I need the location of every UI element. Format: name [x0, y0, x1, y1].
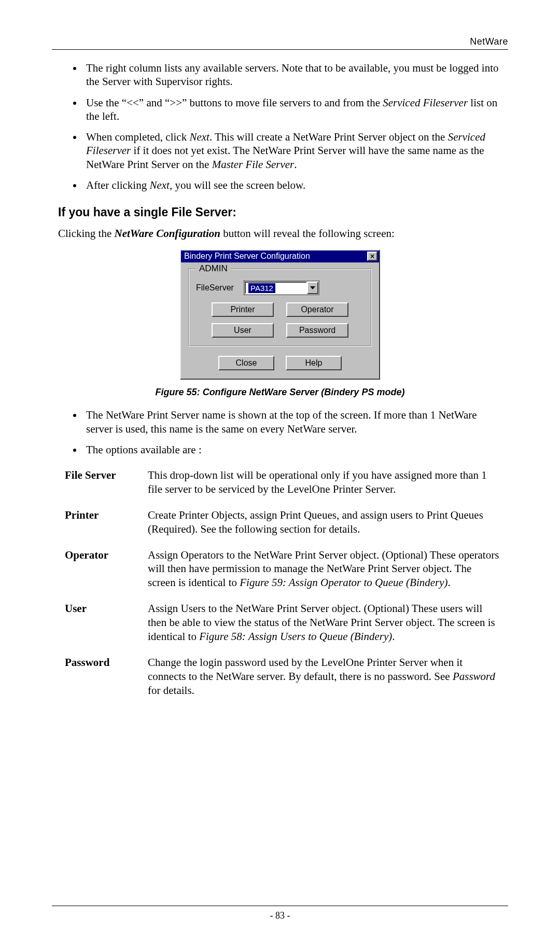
def-term: File Server — [64, 468, 147, 508]
bullet-text: The NetWare Print Server name is shown a… — [86, 409, 477, 435]
section-heading: If you have a single File Server: — [58, 205, 502, 219]
def-desc: Assign Users to the NetWare Print Server… — [147, 601, 502, 655]
close-button-label: Close — [236, 358, 257, 368]
fileserver-combo-input[interactable]: PA312 — [245, 282, 307, 294]
group-legend: ADMIN — [196, 263, 231, 274]
dialog-title: Bindery Print Server Configuration — [184, 252, 310, 261]
intro-bold: NetWare Configuration — [115, 227, 220, 240]
list-item: After clicking Next, you will see the sc… — [83, 178, 502, 192]
password-button[interactable]: Password — [286, 323, 348, 338]
bullet-text: Use the “<<” and “>>” buttons to move fi… — [86, 96, 497, 122]
help-button[interactable]: Help — [286, 356, 342, 370]
intro-pre: Clicking the — [58, 227, 115, 240]
bindery-config-dialog: Bindery Print Server Configuration × ADM… — [180, 249, 380, 380]
def-term: Printer — [64, 508, 147, 548]
header-right-text: NetWare — [52, 36, 508, 47]
def-term: Password — [64, 655, 147, 709]
user-button-label: User — [234, 326, 251, 335]
help-button-label: Help — [305, 358, 323, 368]
bullet-text: When completed, click Next. This will cr… — [86, 131, 485, 171]
def-desc: This drop-down list will be operational … — [147, 468, 502, 508]
close-dialog-button[interactable]: Close — [218, 356, 274, 370]
button-row-1: Printer Operator — [196, 302, 364, 317]
dialog-body: ADMIN FileServer PA312 — [181, 262, 379, 379]
page-content: The right column lists any available ser… — [52, 61, 508, 708]
fileserver-combobox[interactable]: PA312 — [244, 281, 319, 295]
page: NetWare The right column lists any avail… — [0, 0, 560, 945]
definitions-table: File Server This drop-down list will be … — [64, 468, 502, 708]
close-icon: × — [370, 253, 374, 260]
admin-group: ADMIN FileServer PA312 — [188, 269, 372, 346]
page-footer: - 83 - — [52, 906, 508, 921]
def-desc: Change the login password used by the Le… — [147, 655, 502, 709]
operator-button[interactable]: Operator — [286, 302, 348, 317]
fileserver-value: PA312 — [248, 283, 275, 293]
printer-button-label: Printer — [230, 305, 255, 314]
password-button-label: Password — [299, 326, 335, 335]
close-button[interactable]: × — [367, 252, 377, 261]
table-row: Operator Assign Operators to the NetWare… — [64, 548, 502, 602]
table-row: Printer Create Printer Objects, assign P… — [64, 508, 502, 548]
fileserver-row: FileServer PA312 — [196, 281, 364, 295]
printer-button[interactable]: Printer — [212, 302, 274, 317]
list-item: When completed, click Next. This will cr… — [83, 130, 502, 171]
intro-post: button will reveal the following screen: — [220, 227, 395, 240]
list-item: The right column lists any available ser… — [83, 61, 502, 89]
operator-button-label: Operator — [301, 305, 333, 314]
figure-caption: Figure 55: Configure NetWare Server (Bin… — [58, 387, 502, 398]
table-row: File Server This drop-down list will be … — [64, 468, 502, 508]
def-desc: Create Printer Objects, assign Print Que… — [147, 508, 502, 548]
table-row: User Assign Users to the NetWare Print S… — [64, 601, 502, 655]
table-row: Password Change the login password used … — [64, 655, 502, 709]
list-item: The NetWare Print Server name is shown a… — [83, 408, 502, 436]
fileserver-dropdown-button[interactable] — [307, 282, 318, 294]
button-row-2: User Password — [196, 323, 364, 338]
figure-container: Bindery Print Server Configuration × ADM… — [58, 249, 502, 380]
bullet-text: The options available are : — [86, 443, 202, 456]
def-term: Operator — [64, 548, 147, 602]
dialog-bottom-buttons: Close Help — [188, 356, 372, 370]
section-intro: Clicking the NetWare Configuration butto… — [58, 227, 502, 240]
chevron-down-icon — [310, 286, 315, 289]
fileserver-label: FileServer — [196, 283, 244, 293]
def-desc: Assign Operators to the NetWare Print Se… — [147, 548, 502, 602]
page-number: - 83 - — [270, 910, 290, 921]
list-item: The options available are : — [83, 443, 502, 456]
list-item: Use the “<<” and “>>” buttons to move fi… — [83, 96, 502, 123]
def-term: User — [64, 601, 147, 655]
page-header: NetWare — [52, 36, 508, 50]
dialog-titlebar[interactable]: Bindery Print Server Configuration × — [181, 251, 379, 262]
top-bullet-list: The right column lists any available ser… — [58, 61, 502, 192]
bullet-text: After clicking Next, you will see the sc… — [86, 179, 305, 191]
bullet-text: The right column lists any available ser… — [86, 62, 498, 88]
user-button[interactable]: User — [212, 323, 274, 338]
mid-bullet-list: The NetWare Print Server name is shown a… — [58, 408, 502, 456]
